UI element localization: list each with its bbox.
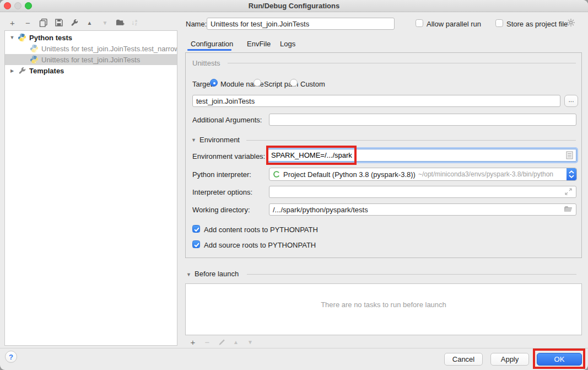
working-directory-label: Working directory: (192, 206, 250, 214)
add-source-roots-label: Add source roots to PYTHONPATH (204, 241, 316, 249)
tree-item-label: Unittests for test_join.JoinTests (41, 56, 140, 64)
tree-item-templates[interactable]: ▶ Templates (5, 65, 177, 76)
working-directory-input[interactable] (269, 203, 576, 216)
allow-parallel-run-checkbox[interactable] (416, 19, 423, 27)
expand-icon[interactable]: ▶ (9, 68, 15, 73)
save-configuration-icon[interactable] (54, 18, 63, 28)
target-script-path-radio[interactable] (253, 79, 261, 87)
store-as-project-file-label: Store as project file (506, 20, 568, 28)
name-input[interactable] (207, 18, 395, 30)
ok-button[interactable]: OK (537, 353, 582, 366)
add-content-roots-checkbox[interactable] (192, 225, 200, 233)
window-title: Run/Debug Configurations (0, 2, 588, 10)
module-name-input[interactable] (192, 95, 560, 107)
configuration-panel: Unittests Target: Module name Script pat… (185, 52, 582, 258)
active-tab-underline (187, 49, 231, 51)
edit-task-icon (218, 337, 225, 347)
sort-configurations-icon: ↓ az (131, 19, 137, 26)
environment-collapse-icon[interactable]: ▼ (191, 137, 196, 143)
target-custom-radio[interactable] (290, 79, 298, 87)
python-icon (30, 44, 39, 53)
allow-parallel-run-label: Allow parallel run (427, 20, 481, 28)
configurations-tree: ▼ Python tests Unittests for test_join.J… (4, 30, 177, 346)
before-launch-toolbar: + − ▲ ▼ (189, 337, 254, 347)
move-down-icon: ▼ (100, 18, 110, 28)
python-icon (18, 33, 26, 42)
additional-arguments-label: Additional Arguments: (192, 116, 262, 124)
before-launch-task-list: There are no tasks to run before launch (185, 283, 582, 335)
add-configuration-icon[interactable]: + (8, 18, 17, 28)
new-folder-icon[interactable] (116, 18, 125, 28)
tree-item-label: Unittests for test_join.JoinTests.test_n… (41, 45, 177, 53)
configurations-toolbar: + − ▲ ▼ ↓ az (8, 17, 137, 28)
move-task-up-icon: ▲ (232, 337, 240, 347)
tree-item-test-narrow[interactable]: Unittests for test_join.JoinTests.test_n… (5, 43, 177, 54)
environment-section-title: Environment (199, 136, 240, 144)
target-custom-label: Custom (300, 80, 325, 88)
tab-logs[interactable]: Logs (280, 40, 295, 48)
tab-configuration[interactable]: Configuration (191, 40, 233, 48)
run-debug-configurations-dialog: Run/Debug Configurations + − ▲ ▼ ↓ az ▼ … (0, 0, 588, 370)
python-interpreter-path: ~/opt/miniconda3/envs/pyspark-3.8/bin/py… (418, 170, 553, 178)
tree-item-label: Python tests (29, 34, 72, 42)
python-icon (30, 55, 39, 64)
section-divider (247, 274, 576, 275)
apply-button[interactable]: Apply (490, 353, 529, 366)
collapse-icon[interactable]: ▼ (9, 35, 15, 40)
remove-task-icon: − (203, 337, 211, 347)
remove-configuration-icon[interactable]: − (23, 18, 33, 28)
environment-variables-field-focus (266, 147, 578, 163)
copy-configuration-icon[interactable] (39, 18, 48, 28)
wrench-icon (18, 66, 26, 75)
tree-item-python-tests[interactable]: ▼ Python tests (5, 32, 177, 43)
select-arrows-icon[interactable] (567, 168, 576, 180)
name-label: Name: (186, 20, 207, 28)
target-module-name-radio[interactable] (210, 79, 218, 87)
group-divider (228, 63, 576, 63)
folder-icon[interactable] (564, 205, 573, 215)
interpreter-options-input[interactable] (269, 186, 576, 198)
add-task-icon[interactable]: + (189, 337, 197, 347)
gear-icon[interactable] (567, 18, 575, 29)
expand-field-icon[interactable] (565, 188, 572, 197)
cancel-button[interactable]: Cancel (444, 353, 483, 366)
move-up-icon[interactable]: ▲ (85, 18, 94, 28)
move-task-down-icon: ▼ (246, 337, 254, 347)
section-divider (246, 140, 576, 141)
footer-divider (0, 348, 588, 348)
edit-templates-icon[interactable] (69, 18, 79, 28)
add-source-roots-checkbox[interactable] (192, 240, 200, 248)
before-launch-collapse-icon[interactable]: ▼ (186, 272, 191, 277)
tree-item-jointests-selected[interactable]: Unittests for test_join.JoinTests (5, 54, 177, 65)
python-interpreter-value: Project Default (Python 3.8 (pyspark-3.8… (283, 170, 416, 179)
interpreter-options-label: Interpreter options: (192, 188, 252, 196)
tree-item-label: Templates (29, 67, 64, 75)
environment-variables-label: Environment variables: (192, 152, 265, 160)
browse-module-button[interactable]: ... (564, 95, 578, 107)
help-button[interactable]: ? (5, 351, 17, 363)
add-content-roots-label: Add content roots to PYTHONPATH (204, 226, 318, 234)
store-as-project-file-checkbox[interactable] (495, 19, 503, 27)
unittests-group-title: Unittests (192, 59, 220, 67)
additional-arguments-input[interactable] (269, 114, 576, 126)
python-interpreter-label: Python interpreter: (192, 170, 251, 179)
tab-envfile[interactable]: EnvFile (247, 40, 271, 48)
edit-variables-icon[interactable] (566, 151, 573, 161)
python-interpreter-select[interactable]: Project Default (Python 3.8 (pyspark-3.8… (269, 168, 577, 181)
environment-variables-input[interactable] (268, 149, 576, 162)
before-launch-section-title: Before launch (195, 270, 239, 278)
conda-env-icon (273, 170, 280, 178)
title-bar: Run/Debug Configurations (0, 0, 588, 12)
before-launch-empty-message: There are no tasks to run before launch (186, 301, 581, 309)
